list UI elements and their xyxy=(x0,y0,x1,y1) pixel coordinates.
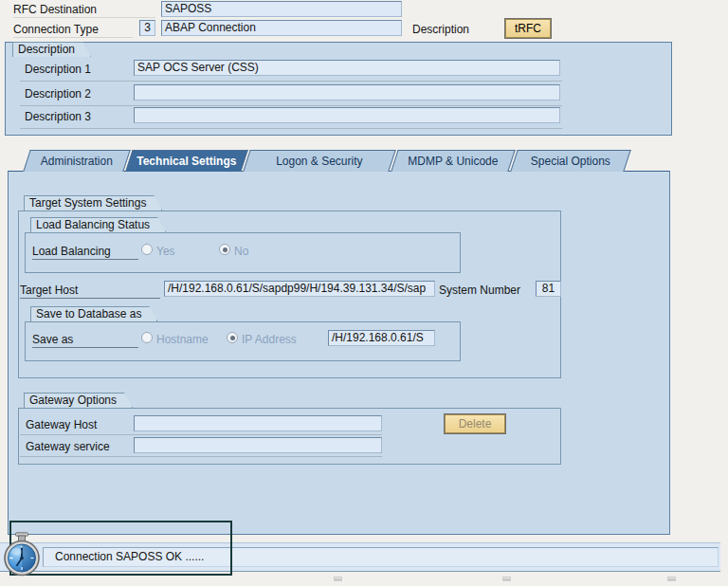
description-3-input[interactable] xyxy=(134,107,560,123)
annotation-highlight-rectangle xyxy=(9,521,232,576)
rfc-destination-label: RFC Destination xyxy=(13,3,155,18)
technical-settings-panel: Target System Settings Load Balancing St… xyxy=(8,171,670,535)
load-balancing-no-radio[interactable] xyxy=(219,244,230,255)
row-divider xyxy=(20,434,382,435)
row-divider xyxy=(20,105,562,106)
rfc-destination-input[interactable]: SAPOSS xyxy=(161,1,402,17)
save-as-hostname-label: Hostname xyxy=(156,333,209,346)
load-balancing-yes-radio[interactable] xyxy=(141,244,153,255)
row-divider xyxy=(20,81,562,82)
connection-type-label: Connection Type xyxy=(13,23,133,38)
load-balancing-no-label: No xyxy=(234,245,248,258)
load-balancing-status-title: Load Balancing Status xyxy=(30,217,166,232)
tab-mdmp-unicode[interactable]: MDMP & Unicode xyxy=(391,150,515,172)
trfc-button[interactable]: tRFC xyxy=(505,19,551,38)
description-3-label: Description 3 xyxy=(25,110,91,123)
gateway-options-title: Gateway Options xyxy=(24,393,133,408)
tab-administration[interactable]: Administration xyxy=(23,150,130,172)
tab-technical-settings[interactable]: Technical Settings xyxy=(125,150,247,172)
description-group-title: Description xyxy=(12,42,91,57)
gateway-service-label: Gateway service xyxy=(26,440,110,453)
row-divider xyxy=(20,128,562,129)
stopwatch-icon xyxy=(1,532,43,577)
system-number-label: System Number xyxy=(439,284,520,297)
save-as-ip-label: IP Address xyxy=(242,333,297,346)
statusbar-gripper xyxy=(667,577,676,581)
save-as-hostname-radio[interactable] xyxy=(141,332,153,343)
description-panel: Description Description 1 SAP OCS Server… xyxy=(5,42,672,136)
save-as-ip-radio[interactable] xyxy=(227,332,238,343)
statusbar-gripper xyxy=(334,577,342,581)
delete-button[interactable]: Delete xyxy=(445,414,505,433)
statusbar-gripper xyxy=(502,577,511,581)
target-system-settings-title: Target System Settings xyxy=(24,195,162,211)
tab-logon-security[interactable]: Logon & Security xyxy=(243,150,395,172)
connection-type-name-input[interactable]: ABAP Connection xyxy=(161,20,402,36)
gateway-service-input[interactable] xyxy=(134,437,382,453)
target-host-input[interactable]: /H/192.168.0.61/S/sapdp99/H/194.39.131.3… xyxy=(164,281,435,297)
row-divider xyxy=(20,456,382,457)
load-balancing-yes-label: Yes xyxy=(156,245,175,258)
tab-special-options[interactable]: Special Options xyxy=(510,150,630,172)
connection-type-code-input[interactable]: 3 xyxy=(139,20,155,36)
target-host-label: Target Host xyxy=(20,284,160,299)
description-1-input[interactable]: SAP OCS Server (CSS) xyxy=(134,60,560,76)
gateway-host-label: Gateway Host xyxy=(26,418,97,431)
save-as-value-input[interactable]: /H/192.168.0.61/S xyxy=(328,330,435,346)
gateway-host-input[interactable] xyxy=(134,415,382,431)
description-2-label: Description 2 xyxy=(25,87,91,101)
save-as-label: Save as xyxy=(32,333,138,348)
description-1-label: Description 1 xyxy=(25,63,91,76)
load-balancing-label: Load Balancing xyxy=(32,245,138,260)
description-header-label: Description xyxy=(412,23,469,36)
description-2-input[interactable] xyxy=(134,84,560,101)
system-number-input[interactable]: 81 xyxy=(536,281,561,297)
save-to-database-title: Save to Database as xyxy=(30,306,157,321)
